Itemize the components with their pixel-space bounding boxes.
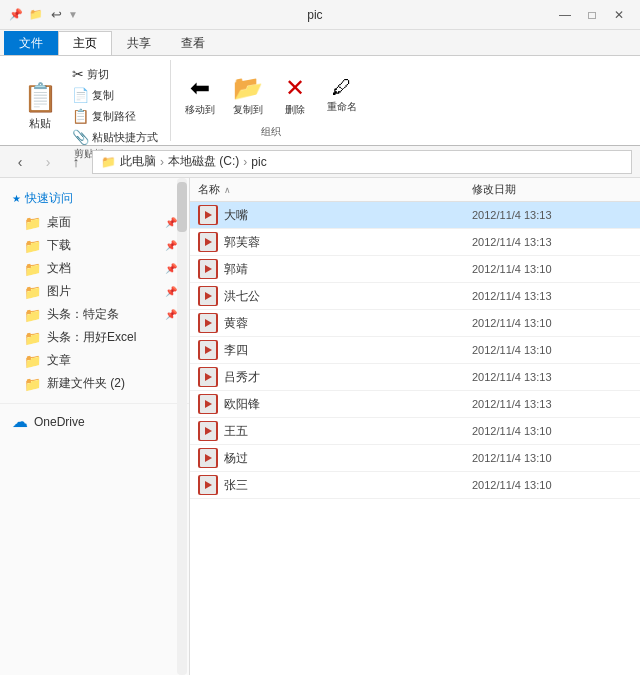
sidebar-item-articles[interactable]: 📁 文章 [0, 349, 189, 372]
file-date-8: 2012/11/4 13:10 [472, 425, 632, 437]
toutiao2-folder-icon: 📁 [24, 330, 41, 346]
new-folder-folder-icon: 📁 [24, 376, 41, 392]
tab-share[interactable]: 共享 [112, 31, 166, 55]
file-icon-1 [198, 232, 218, 252]
main-area: ★ 快速访问 📁 桌面 📌 📁 下载 📌 📁 文档 📌 📁 图片 📌 📁 头条：… [0, 178, 640, 675]
tab-file[interactable]: 文件 [4, 31, 58, 55]
documents-pin-icon: 📌 [165, 263, 177, 274]
desktop-folder-icon: 📁 [24, 215, 41, 231]
tab-view[interactable]: 查看 [166, 31, 220, 55]
file-icon-4 [198, 313, 218, 333]
onedrive-icon: ☁ [12, 412, 28, 431]
path-folder: pic [251, 155, 266, 169]
file-name-8: 王五 [224, 423, 466, 440]
file-date-7: 2012/11/4 13:13 [472, 398, 632, 410]
file-icon-2 [198, 259, 218, 279]
copy-cut-stack: ✂ 剪切 📄 复制 📋 复制路径 📎 粘贴快捷方式 [68, 64, 162, 147]
downloads-pin-icon: 📌 [165, 240, 177, 251]
file-name-5: 李四 [224, 342, 466, 359]
close-button[interactable]: ✕ [606, 4, 632, 26]
paste-shortcut-icon: 📎 [72, 129, 89, 145]
file-row[interactable]: 大嘴 2012/11/4 13:13 [190, 202, 640, 229]
sort-indicator: ∧ [224, 185, 231, 195]
sidebar-quick-access-header[interactable]: ★ 快速访问 [0, 186, 189, 211]
delete-button[interactable]: ✕ 删除 [275, 65, 315, 125]
paste-shortcut-button[interactable]: 📎 粘贴快捷方式 [68, 127, 162, 147]
minimize-button[interactable]: — [552, 4, 578, 26]
sidebar-item-toutiao2[interactable]: 📁 头条：用好Excel [0, 326, 189, 349]
sidebar-item-desktop[interactable]: 📁 桌面 📌 [0, 211, 189, 234]
file-name-2: 郭靖 [224, 261, 466, 278]
tab-home[interactable]: 主页 [58, 31, 112, 55]
file-name-1: 郭芙蓉 [224, 234, 466, 251]
cut-icon: ✂ [72, 66, 84, 82]
sidebar-scrollbar-track [177, 178, 187, 675]
toutiao1-label: 头条：特定条 [47, 306, 119, 323]
file-date-1: 2012/11/4 13:13 [472, 236, 632, 248]
file-icon-6 [198, 367, 218, 387]
pictures-folder-icon: 📁 [24, 284, 41, 300]
file-row[interactable]: 洪七公 2012/11/4 13:13 [190, 283, 640, 310]
copy-path-icon: 📋 [72, 108, 89, 124]
copy-icon: 📄 [72, 87, 89, 103]
address-bar[interactable]: 📁 此电脑 › 本地磁盘 (C:) › pic [92, 150, 632, 174]
sidebar-item-pictures[interactable]: 📁 图片 📌 [0, 280, 189, 303]
copy-path-button[interactable]: 📋 复制路径 [68, 106, 162, 126]
file-date-3: 2012/11/4 13:13 [472, 290, 632, 302]
sidebar-item-new-folder[interactable]: 📁 新建文件夹 (2) [0, 372, 189, 395]
move-to-icon: ⬅ [190, 74, 210, 102]
onedrive-label: OneDrive [34, 415, 85, 429]
maximize-button[interactable]: □ [579, 4, 605, 26]
column-name[interactable]: 名称 ∧ [198, 182, 472, 197]
documents-label: 文档 [47, 260, 71, 277]
file-name-0: 大嘴 [224, 207, 466, 224]
file-row[interactable]: 黄蓉 2012/11/4 13:10 [190, 310, 640, 337]
file-icon-9 [198, 448, 218, 468]
rename-button[interactable]: 🖊 重命名 [321, 65, 363, 125]
sidebar-scrollbar-thumb[interactable] [177, 182, 187, 232]
file-name-9: 杨过 [224, 450, 466, 467]
file-icon-8 [198, 421, 218, 441]
new-folder-icon[interactable]: 📁 [28, 7, 44, 23]
desktop-pin-icon: 📌 [165, 217, 177, 228]
sidebar-item-downloads[interactable]: 📁 下载 📌 [0, 234, 189, 257]
sidebar-item-toutiao1[interactable]: 📁 头条：特定条 📌 [0, 303, 189, 326]
pictures-pin-icon: 📌 [165, 286, 177, 297]
sidebar-item-documents[interactable]: 📁 文档 📌 [0, 257, 189, 280]
clipboard-items: 📋 粘贴 ✂ 剪切 📄 复制 📋 复制路径 📎 [16, 60, 162, 147]
copy-button[interactable]: 📄 复制 [68, 85, 162, 105]
quick-access-icon[interactable]: 📌 [8, 7, 24, 23]
file-row[interactable]: 杨过 2012/11/4 13:10 [190, 445, 640, 472]
column-date[interactable]: 修改日期 [472, 182, 632, 197]
sidebar: ★ 快速访问 📁 桌面 📌 📁 下载 📌 📁 文档 📌 📁 图片 📌 📁 头条：… [0, 178, 190, 675]
copy-to-icon: 📂 [233, 74, 263, 102]
file-row[interactable]: 欧阳锋 2012/11/4 13:13 [190, 391, 640, 418]
copy-to-button[interactable]: 📂 复制到 [227, 65, 269, 125]
file-date-5: 2012/11/4 13:10 [472, 344, 632, 356]
file-icon-10 [198, 475, 218, 495]
forward-button[interactable]: › [36, 150, 60, 174]
ribbon-group-organize: ⬅ 移动到 📂 复制到 ✕ 删除 🖊 重命名 组织 [171, 60, 371, 141]
move-to-button[interactable]: ⬅ 移动到 [179, 65, 221, 125]
file-row[interactable]: 李四 2012/11/4 13:10 [190, 337, 640, 364]
file-name-6: 吕秀才 [224, 369, 466, 386]
organize-items: ⬅ 移动到 📂 复制到 ✕ 删除 🖊 重命名 [179, 60, 363, 125]
file-row[interactable]: 郭芙蓉 2012/11/4 13:13 [190, 229, 640, 256]
up-button[interactable]: ↑ [64, 150, 88, 174]
file-date-10: 2012/11/4 13:10 [472, 479, 632, 491]
file-row[interactable]: 王五 2012/11/4 13:10 [190, 418, 640, 445]
pictures-label: 图片 [47, 283, 71, 300]
file-row[interactable]: 张三 2012/11/4 13:10 [190, 472, 640, 499]
window-controls: — □ ✕ [552, 4, 632, 26]
back-button[interactable]: ‹ [8, 150, 32, 174]
undo-icon[interactable]: ↩ [48, 7, 64, 23]
new-folder-label: 新建文件夹 (2) [47, 375, 125, 392]
file-row[interactable]: 郭靖 2012/11/4 13:10 [190, 256, 640, 283]
path-drive: 本地磁盘 (C:) [168, 153, 239, 170]
cut-button[interactable]: ✂ 剪切 [68, 64, 162, 84]
path-this-pc: 此电脑 [120, 153, 156, 170]
quick-access-expand-icon: ★ [12, 193, 21, 204]
sidebar-onedrive[interactable]: ☁ OneDrive [0, 403, 189, 435]
paste-button[interactable]: 📋 粘贴 [16, 75, 64, 137]
file-row[interactable]: 吕秀才 2012/11/4 13:13 [190, 364, 640, 391]
